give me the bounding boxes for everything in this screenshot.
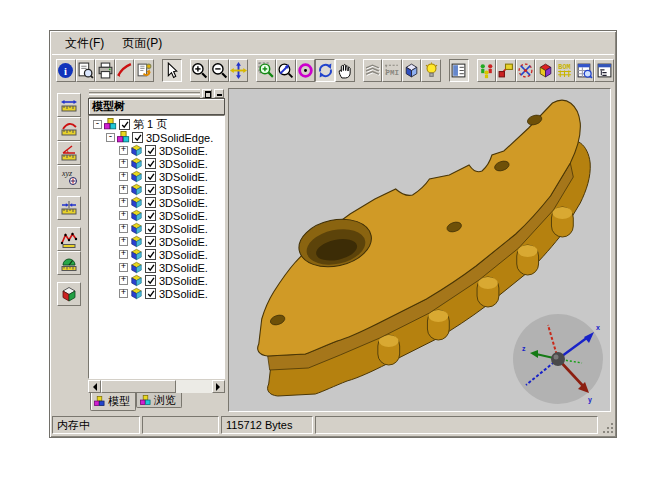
measure-distance-button[interactable]	[57, 93, 81, 117]
bom-icon: BOM	[556, 62, 573, 79]
panel-minimize-button[interactable]	[214, 89, 224, 98]
panel-title-bar[interactable]	[88, 88, 225, 98]
pan-button[interactable]	[229, 59, 249, 82]
model-view-button[interactable]	[57, 282, 81, 306]
gripper[interactable]	[89, 88, 200, 98]
expand-icon[interactable]: +	[119, 263, 128, 272]
measure-coordinate-button[interactable]: xyz	[57, 165, 81, 189]
tree-checkbox[interactable]	[145, 236, 156, 247]
display-mode-button[interactable]	[402, 59, 422, 82]
zoom-out-button[interactable]	[209, 59, 229, 82]
markup-button[interactable]	[115, 59, 135, 82]
zoom-in-icon	[191, 62, 208, 79]
tree-item-label[interactable]: 3DSolidE.	[159, 223, 208, 235]
tree-checkbox[interactable]	[145, 275, 156, 286]
expand-icon[interactable]: +	[119, 185, 128, 194]
tree-checkbox[interactable]	[132, 132, 143, 143]
pmi-button[interactable]: PMI	[382, 59, 402, 82]
rotate-button[interactable]	[315, 59, 335, 82]
tree-checkbox[interactable]	[145, 262, 156, 273]
layers-button[interactable]	[363, 59, 383, 82]
tree-item-label[interactable]: 3DSolidE.	[159, 262, 208, 274]
tree-h-scrollbar[interactable]	[88, 380, 225, 393]
axis-indicator: x y z	[512, 313, 604, 405]
tree-row: +3DSolidE.	[89, 209, 224, 222]
scrollbar-thumb[interactable]	[101, 380, 176, 393]
pmi-icon: PMI	[383, 62, 400, 79]
menu-page[interactable]: 页面(P)	[122, 35, 162, 52]
expand-icon[interactable]: +	[119, 198, 128, 207]
expand-icon[interactable]: +	[119, 237, 128, 246]
light-button[interactable]	[421, 59, 441, 82]
structure-button[interactable]	[594, 59, 614, 82]
tree-item-label[interactable]: 3DSolidE.	[159, 236, 208, 248]
rotate-center-button[interactable]	[296, 59, 316, 82]
tree-item-label[interactable]: 3DSolidE.	[159, 249, 208, 261]
tree-checkbox[interactable]	[145, 145, 156, 156]
info-button[interactable]: i	[56, 59, 76, 82]
tree-item-label[interactable]: 3DSolidE.	[159, 275, 208, 287]
tree-item-label[interactable]: 3DSolidE.	[159, 184, 208, 196]
tree-item-label[interactable]: 3DSolidE.	[159, 288, 208, 300]
viewport-3d[interactable]: x y z	[228, 88, 611, 412]
zoom-in-button[interactable]	[190, 59, 210, 82]
measure-area-button[interactable]	[57, 251, 81, 275]
tree-checkbox[interactable]	[145, 184, 156, 195]
print-preview-button[interactable]	[76, 59, 96, 82]
tree-checkbox[interactable]	[145, 210, 156, 221]
collapse-icon[interactable]: -	[106, 133, 115, 142]
tree-item-label[interactable]: 3DSolidEdge.	[146, 132, 213, 144]
tree-item-label[interactable]: 3DSolidE.	[159, 210, 208, 222]
measure-curve-button[interactable]	[57, 227, 81, 251]
expand-icon[interactable]: +	[119, 289, 128, 298]
report-button[interactable]	[575, 59, 595, 82]
tree-item-label[interactable]: 3DSolidE.	[159, 197, 208, 209]
menu-file[interactable]: 文件(F)	[65, 35, 104, 52]
tree-item-label[interactable]: 3DSolidE.	[159, 145, 208, 157]
tree-checkbox[interactable]	[145, 249, 156, 260]
resize-grip[interactable]	[600, 416, 614, 434]
scrollbar-track[interactable]	[101, 380, 212, 393]
tree-item-label[interactable]: 3DSolidE.	[159, 171, 208, 183]
select-button[interactable]	[162, 59, 182, 82]
move-part-button[interactable]	[496, 59, 516, 82]
print-button[interactable]	[95, 59, 115, 82]
panel-maximize-button[interactable]	[202, 89, 212, 98]
measure-angle-button[interactable]	[57, 141, 81, 165]
expand-icon[interactable]: +	[119, 224, 128, 233]
scroll-right-button[interactable]	[212, 380, 225, 393]
expand-icon[interactable]: +	[119, 211, 128, 220]
expand-icon[interactable]: +	[119, 276, 128, 285]
expand-icon[interactable]: +	[119, 250, 128, 259]
tree-checkbox[interactable]	[145, 158, 156, 169]
tree-panel-toggle-button[interactable]	[449, 59, 469, 82]
left-arrow-icon	[89, 383, 97, 391]
tree-checkbox[interactable]	[145, 197, 156, 208]
tab-model[interactable]: 模型	[90, 393, 136, 411]
tab-browse[interactable]: 浏览	[136, 393, 182, 408]
tree-item-label[interactable]: 第 1 页	[133, 117, 167, 132]
status-bar: 内存中 115712 Bytes	[52, 416, 614, 434]
measure-radius-button[interactable]	[57, 117, 81, 141]
solid-view-button[interactable]	[535, 59, 555, 82]
bom-button[interactable]: BOM	[555, 59, 575, 82]
menu-bar: 文件(F) 页面(P)	[52, 33, 614, 54]
scroll-left-button[interactable]	[88, 380, 101, 393]
tree-checkbox[interactable]	[119, 119, 130, 130]
tree-item-label[interactable]: 3DSolidE.	[159, 158, 208, 170]
tree-checkbox[interactable]	[145, 171, 156, 182]
tree-checkbox[interactable]	[145, 223, 156, 234]
measure-gap-icon	[60, 199, 78, 217]
expand-icon[interactable]: +	[119, 146, 128, 155]
zoom-window-button[interactable]	[256, 59, 276, 82]
measure-gap-button[interactable]	[57, 196, 81, 220]
expand-icon[interactable]: +	[119, 172, 128, 181]
collapse-icon[interactable]: -	[93, 120, 102, 129]
export-button[interactable]	[134, 59, 154, 82]
explode-button[interactable]	[516, 59, 536, 82]
expand-icon[interactable]: +	[119, 159, 128, 168]
tree-checkbox[interactable]	[145, 288, 156, 299]
pan-hand-button[interactable]	[335, 59, 355, 82]
zoom-pointer-button[interactable]	[276, 59, 296, 82]
assembly-button[interactable]	[477, 59, 497, 82]
